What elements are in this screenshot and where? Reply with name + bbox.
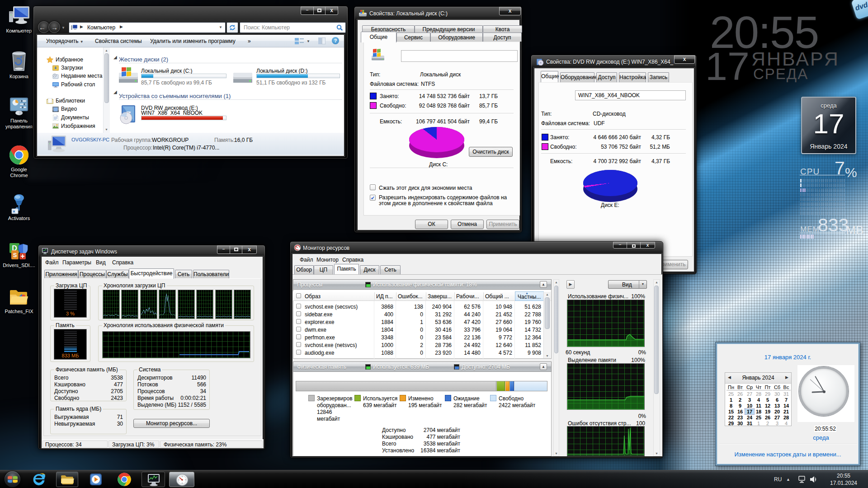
svg-text:S: S <box>13 252 17 258</box>
